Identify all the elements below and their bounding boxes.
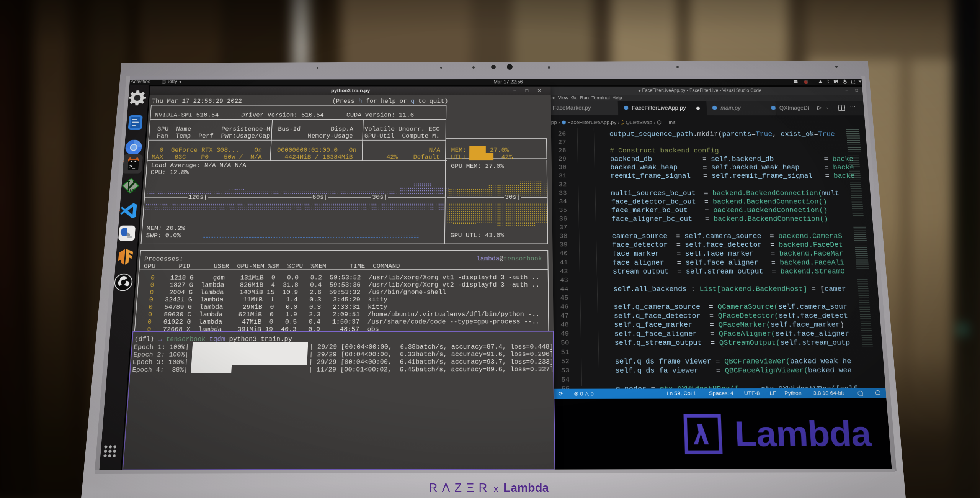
- svg-text:im: im: [129, 187, 136, 193]
- svg-text:>_: >_: [129, 164, 136, 169]
